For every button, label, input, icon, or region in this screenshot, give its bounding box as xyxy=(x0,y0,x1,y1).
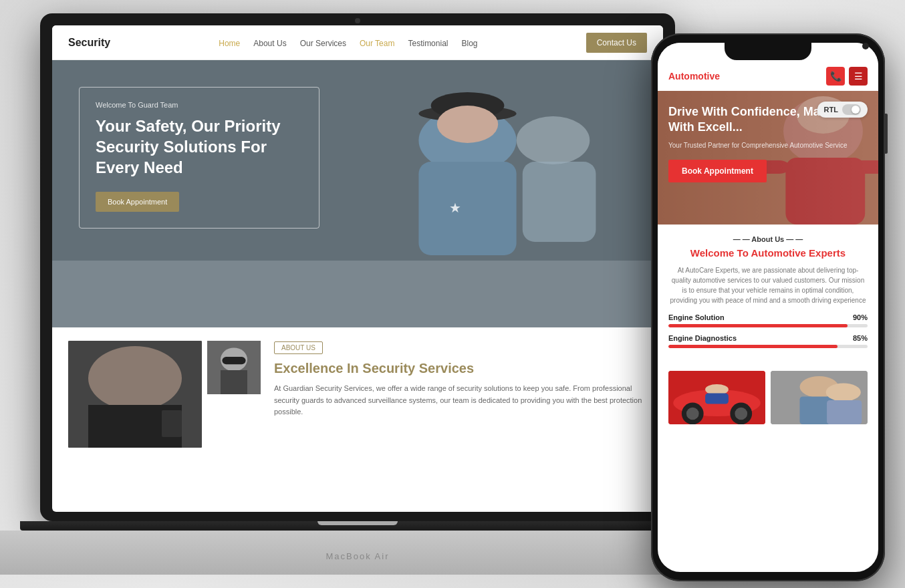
about-text: At Guardian Security Services, we offer … xyxy=(274,383,647,418)
rtl-label: RTL xyxy=(824,106,838,114)
phone-image-mechanic xyxy=(771,371,868,424)
about-badge: ABOUT US xyxy=(274,341,323,354)
hero-title: Your Safety, Our Priority Security Solut… xyxy=(96,116,303,178)
nav-link-testimonial[interactable]: Testimonial xyxy=(408,39,448,48)
hamburger-menu-button[interactable]: ☰ xyxy=(849,67,868,86)
laptop-body: Security Home About Us Our Services xyxy=(40,13,675,521)
skill-engine-diagnostics-bar xyxy=(668,345,868,348)
svg-rect-18 xyxy=(221,370,247,394)
about-small-svg xyxy=(207,341,261,394)
guard-ear-image xyxy=(68,341,202,448)
phone-hero: RTL Drive With Confidence, Maintain With… xyxy=(658,91,878,225)
phone-about-text: At AutoCare Experts, we are passionate a… xyxy=(668,265,868,305)
skill-engine-solution-row: Engine Solution 90% xyxy=(668,313,868,321)
phone-body: Automotive 📞 ☰ xyxy=(651,33,885,581)
nav-item-home[interactable]: Home xyxy=(219,37,240,49)
phone-image-red-car xyxy=(668,371,765,424)
phone-about-title: Welcome To Automotive Experts xyxy=(668,247,868,259)
phone-call-button[interactable]: 📞 xyxy=(826,67,845,86)
svg-rect-19 xyxy=(222,357,245,364)
phone-camera xyxy=(862,43,869,49)
svg-point-31 xyxy=(735,408,747,420)
skill-engine-solution-fill xyxy=(668,324,848,327)
about-title: Excellence In Security Services xyxy=(274,361,647,376)
skill-engine-diagnostics-fill xyxy=(668,345,837,348)
skill-engine-solution: Engine Solution 90% xyxy=(668,313,868,327)
phone-icon: 📞 xyxy=(830,71,842,82)
nav-link-blog[interactable]: Blog xyxy=(461,39,477,48)
toggle-switch[interactable] xyxy=(842,104,861,115)
skill-engine-diagnostics-row: Engine Diagnostics 85% xyxy=(668,334,868,342)
skill-engine-solution-bar xyxy=(668,324,868,327)
security-about-section: ABOUT US Excellence In Security Services… xyxy=(52,327,663,461)
phone-device: Automotive 📞 ☰ xyxy=(651,33,885,581)
security-website: Security Home About Us Our Services xyxy=(52,25,663,512)
svg-rect-15 xyxy=(162,410,182,437)
nav-item-blog[interactable]: Blog xyxy=(461,37,477,49)
toggle-knob xyxy=(852,106,860,114)
svg-rect-33 xyxy=(705,394,729,404)
phone-hero-subtitle: Your Trusted Partner for Comprehensive A… xyxy=(668,141,868,150)
nav-item-testimonial[interactable]: Testimonial xyxy=(408,37,448,49)
about-us-label: — — About Us — — xyxy=(733,235,803,243)
security-logo: Security xyxy=(68,37,110,49)
laptop-screen: Security Home About Us Our Services xyxy=(52,25,663,512)
phone-about-header: — — About Us — — xyxy=(668,235,868,243)
about-small-image xyxy=(207,341,261,394)
nav-item-services[interactable]: Our Services xyxy=(300,37,346,49)
about-content: ABOUT US Excellence In Security Services… xyxy=(274,341,647,448)
skill-engine-solution-pct: 90% xyxy=(853,313,868,321)
skill-engine-diagnostics: Engine Diagnostics 85% xyxy=(668,334,868,348)
laptop-label: MacBook Air xyxy=(326,551,390,561)
hero-content: Welcome To Guard Team Your Safety, Our P… xyxy=(52,60,663,255)
contact-us-button[interactable]: Contact Us xyxy=(586,33,647,53)
about-main-image xyxy=(68,341,202,448)
svg-point-13 xyxy=(88,346,182,410)
phone-notch xyxy=(725,43,811,60)
hero-text-box: Welcome To Guard Team Your Safety, Our P… xyxy=(79,87,319,229)
skill-engine-diagnostics-pct: 85% xyxy=(853,334,868,342)
hero-subtitle: Welcome To Guard Team xyxy=(96,101,303,109)
phone-bottom-images xyxy=(658,365,878,424)
skill-engine-diagnostics-label: Engine Diagnostics xyxy=(668,334,737,342)
mechanic-svg xyxy=(771,371,868,424)
security-nav: Security Home About Us Our Services xyxy=(52,25,663,60)
nav-link-services[interactable]: Our Services xyxy=(300,39,346,48)
phone-about-section: — — About Us — — Welcome To Automotive E… xyxy=(658,225,878,365)
page-background: Security Home About Us Our Services xyxy=(0,0,905,588)
book-appointment-button[interactable]: Book Appointment xyxy=(96,192,179,212)
svg-rect-2 xyxy=(52,261,663,327)
nav-link-home[interactable]: Home xyxy=(219,39,240,48)
security-hero: ★ Welcome To Guard Team You xyxy=(52,60,663,327)
laptop-bottom: MacBook Air xyxy=(0,531,729,575)
skill-engine-solution-label: Engine Solution xyxy=(668,313,725,321)
rtl-toggle[interactable]: RTL xyxy=(817,102,868,118)
phone-nav-icons: 📞 ☰ xyxy=(826,67,868,86)
security-nav-links: Home About Us Our Services Our Team xyxy=(219,37,477,49)
phone-screen: Automotive 📞 ☰ xyxy=(658,43,878,572)
laptop-device: Security Home About Us Our Services xyxy=(40,13,675,575)
red-car-svg xyxy=(668,371,765,424)
laptop-notch xyxy=(317,521,398,525)
svg-rect-38 xyxy=(827,400,862,424)
phone-book-appointment-button[interactable]: Book Appointment xyxy=(668,160,767,182)
laptop-base: MacBook Air xyxy=(20,521,695,575)
hamburger-icon: ☰ xyxy=(854,71,863,82)
automotive-website: Automotive 📞 ☰ xyxy=(658,43,878,572)
svg-point-30 xyxy=(686,408,699,420)
nav-link-team[interactable]: Our Team xyxy=(360,39,394,48)
nav-item-team[interactable]: Our Team xyxy=(360,37,394,49)
laptop-camera xyxy=(355,18,360,23)
guard-earpiece-svg xyxy=(68,341,202,448)
svg-point-32 xyxy=(705,384,729,395)
nav-link-about[interactable]: About Us xyxy=(253,39,286,48)
svg-point-37 xyxy=(826,383,861,401)
automotive-logo: Automotive xyxy=(668,71,720,82)
phone-side-button xyxy=(885,114,888,154)
nav-item-about[interactable]: About Us xyxy=(253,37,286,49)
about-images xyxy=(68,341,261,448)
